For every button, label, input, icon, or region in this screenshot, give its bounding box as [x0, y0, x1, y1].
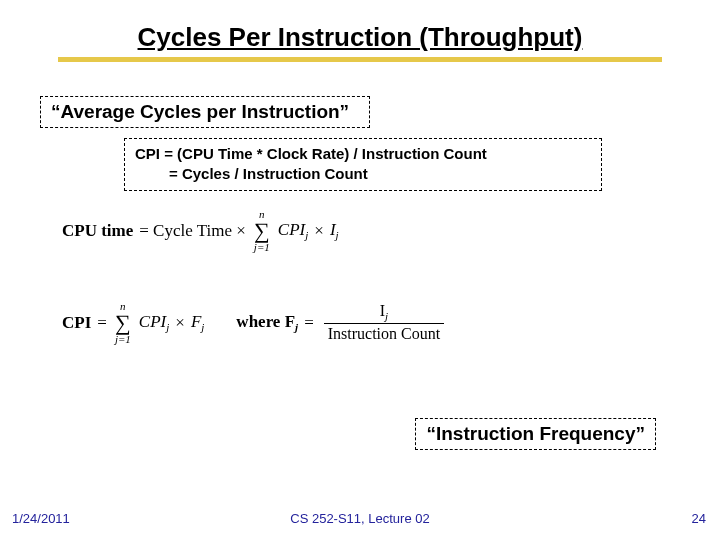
fraction: Ij Instruction Count: [324, 302, 444, 343]
cpu-time-lhs: CPU time: [62, 221, 133, 241]
cpi-label: CPI: [139, 312, 166, 331]
i-subscript: j: [336, 229, 339, 241]
where-eq: =: [304, 313, 314, 333]
fraction-denominator: Instruction Count: [324, 323, 444, 343]
frac-num-sub: j: [385, 310, 388, 322]
cpi-label: CPI: [278, 220, 305, 239]
formula-cpu-time: CPU time = Cycle Time × n ∑ j=1 CPIj × I…: [62, 209, 720, 253]
where-text: where F: [236, 312, 295, 331]
slide-title: Cycles Per Instruction (Throughput): [58, 22, 662, 62]
f-term: Fj: [191, 312, 204, 333]
sigma-symbol: ∑: [115, 312, 131, 334]
cpi-subscript: j: [166, 321, 169, 333]
box-cpi-definition: CPI = (CPU Time * Clock Rate) / Instruct…: [124, 138, 602, 191]
slide: Cycles Per Instruction (Throughput) “Ave…: [0, 0, 720, 540]
times-symbol: ×: [314, 221, 324, 241]
cpu-time-eq: = Cycle Time ×: [139, 221, 246, 241]
fraction-numerator: Ij: [376, 302, 392, 323]
cpi-def-line2: = Cycles / Instruction Count: [135, 164, 591, 184]
cpi-def-line1: CPI = (CPU Time * Clock Rate) / Instruct…: [135, 145, 487, 162]
sigma-symbol: ∑: [254, 220, 270, 242]
box-instruction-frequency: “Instruction Frequency”: [415, 418, 656, 450]
where-clause: where Fj: [236, 312, 298, 333]
cpi-lhs: CPI: [62, 313, 91, 333]
formula-area: CPU time = Cycle Time × n ∑ j=1 CPIj × I…: [62, 209, 720, 345]
cpi-eq: =: [97, 313, 107, 333]
f-subscript: j: [201, 321, 204, 333]
footer-page-number: 24: [692, 511, 706, 526]
formula-cpi: CPI = n ∑ j=1 CPIj × Fj where Fj = Ij: [62, 301, 720, 345]
footer-date: 1/24/2011: [12, 511, 70, 526]
sigma-icon: n ∑ j=1: [115, 301, 131, 345]
sigma-icon: n ∑ j=1: [254, 209, 270, 253]
where-subscript: j: [295, 321, 298, 333]
f-label: F: [191, 312, 201, 331]
times-symbol: ×: [175, 313, 185, 333]
sigma-lower: j=1: [254, 242, 270, 253]
cpi-subscript: j: [305, 229, 308, 241]
cpi-term: CPIj: [139, 312, 169, 333]
footer-course: CS 252-S11, Lecture 02: [290, 511, 429, 526]
sigma-lower: j=1: [115, 334, 131, 345]
box-average-cpi: “Average Cycles per Instruction”: [40, 96, 370, 128]
i-term: Ij: [330, 220, 339, 241]
cpi-term: CPIj: [278, 220, 308, 241]
